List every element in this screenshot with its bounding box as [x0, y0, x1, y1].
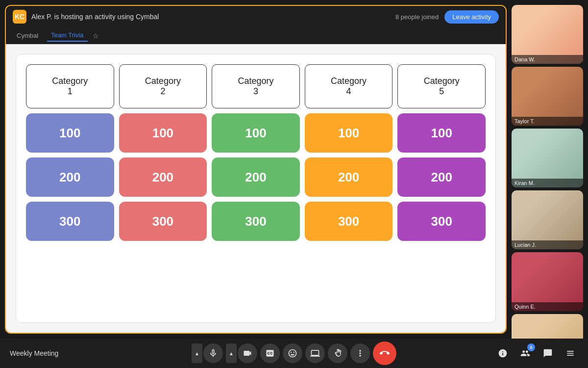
- point-card-4-300[interactable]: 300: [305, 202, 393, 241]
- participant-name-kiran: Kiran M.: [512, 179, 583, 187]
- point-card-2-200[interactable]: 200: [119, 158, 207, 197]
- mic-chevron-button[interactable]: ▲: [192, 343, 202, 363]
- camera-button[interactable]: [238, 343, 257, 363]
- more-options-button[interactable]: [350, 343, 370, 363]
- camera-icon: [243, 348, 252, 358]
- star-icon[interactable]: ☆: [93, 32, 99, 40]
- trivia-container: Category1 100 200 300 Category2 100 200 …: [6, 44, 506, 333]
- point-card-1-200[interactable]: 200: [26, 158, 114, 197]
- point-card-2-100[interactable]: 100: [119, 113, 207, 153]
- activities-button[interactable]: [563, 345, 578, 361]
- captions-icon: [265, 348, 275, 358]
- point-card-5-200[interactable]: 200: [397, 158, 486, 197]
- category-header-3: Category3: [212, 64, 300, 108]
- trivia-column-5: Category5 100 200 300: [397, 64, 486, 313]
- info-icon: [498, 348, 508, 358]
- more-options-icon: [355, 348, 365, 358]
- point-card-3-200[interactable]: 200: [212, 158, 300, 197]
- mic-icon: [208, 348, 218, 358]
- participants-panel: Dana W. Taylor T. Kiran M. Lucian J. Qui…: [510, 0, 588, 339]
- captions-button[interactable]: [260, 343, 280, 363]
- toolbar-right: 8: [495, 345, 578, 361]
- category-header-2: Category2: [119, 64, 207, 108]
- activity-title: Alex P. is hosting an activity using Cym…: [31, 13, 159, 21]
- trivia-column-3: Category3 100 200 300: [212, 64, 300, 313]
- point-card-3-100[interactable]: 100: [212, 113, 300, 153]
- point-card-2-300[interactable]: 300: [119, 202, 207, 241]
- people-count: 8 people joined: [395, 13, 439, 21]
- participant-card-lucian[interactable]: Lucian J.: [512, 190, 583, 249]
- participant-card-alex[interactable]: Alex P.: [512, 314, 583, 339]
- logo-text: KC: [15, 13, 24, 21]
- activity-tabs: Cymbal Team Trivia ☆: [6, 27, 506, 44]
- mic-button[interactable]: [203, 343, 223, 363]
- camera-chevron-button[interactable]: ▲: [226, 343, 237, 363]
- end-call-button[interactable]: [373, 342, 396, 365]
- header-left: KC Alex P. is hosting an activity using …: [13, 10, 159, 24]
- category-header-5: Category5: [397, 64, 486, 108]
- chat-button[interactable]: [540, 345, 556, 361]
- participant-card-quinn[interactable]: Quinn E.: [512, 252, 583, 311]
- point-card-1-300[interactable]: 300: [26, 202, 114, 241]
- trivia-board: Category1 100 200 300 Category2 100 200 …: [16, 54, 496, 323]
- info-button[interactable]: [495, 345, 511, 361]
- emoji-button[interactable]: [283, 343, 302, 363]
- trivia-column-2: Category2 100 200 300: [119, 64, 207, 313]
- category-header-4: Category4: [305, 64, 393, 108]
- people-button[interactable]: 8: [517, 345, 533, 361]
- trivia-column-1: Category1 100 200 300: [26, 64, 114, 313]
- point-card-3-300[interactable]: 300: [212, 202, 300, 241]
- cymbal-logo: KC: [13, 10, 26, 24]
- point-card-1-100[interactable]: 100: [26, 113, 114, 153]
- point-card-4-200[interactable]: 200: [305, 158, 393, 197]
- participant-name-taylor: Taylor T.: [512, 117, 583, 126]
- chat-icon: [543, 348, 553, 358]
- camera-group: ▲: [226, 343, 257, 363]
- participant-card-kiran[interactable]: Kiran M.: [512, 129, 583, 187]
- activities-icon: [565, 348, 575, 358]
- participant-name-lucian: Lucian J.: [512, 240, 583, 249]
- point-card-5-100[interactable]: 100: [397, 113, 486, 153]
- participant-card-dana[interactable]: Dana W.: [512, 5, 583, 64]
- category-header-1: Category1: [26, 64, 114, 108]
- header-right: 8 people joined Leave activity: [395, 10, 499, 24]
- mic-group: ▲: [192, 343, 223, 363]
- point-card-4-100[interactable]: 100: [305, 113, 393, 153]
- activity-panel: KC Alex P. is hosting an activity using …: [5, 5, 507, 334]
- leave-activity-button[interactable]: Leave activity: [444, 10, 499, 24]
- toolbar-center: ▲ ▲: [192, 342, 396, 365]
- participant-name-dana: Dana W.: [512, 55, 583, 64]
- end-call-icon: [378, 346, 392, 360]
- present-icon: [310, 348, 320, 358]
- trivia-column-4: Category4 100 200 300: [305, 64, 393, 313]
- raise-hand-icon: [333, 348, 343, 358]
- participant-name-quinn: Quinn E.: [512, 302, 583, 311]
- people-badge: 8: [527, 343, 535, 351]
- participant-card-taylor[interactable]: Taylor T.: [512, 67, 583, 126]
- emoji-icon: [288, 348, 297, 358]
- activity-header: KC Alex P. is hosting an activity using …: [6, 6, 506, 27]
- tab-cymbal[interactable]: Cymbal: [13, 30, 42, 41]
- bottom-toolbar: Weekly Meeting ▲ ▲: [0, 339, 588, 368]
- raise-hand-button[interactable]: [328, 343, 347, 363]
- present-button[interactable]: [305, 343, 325, 363]
- point-card-5-300[interactable]: 300: [397, 202, 486, 241]
- tab-trivia[interactable]: Team Trivia: [47, 29, 87, 42]
